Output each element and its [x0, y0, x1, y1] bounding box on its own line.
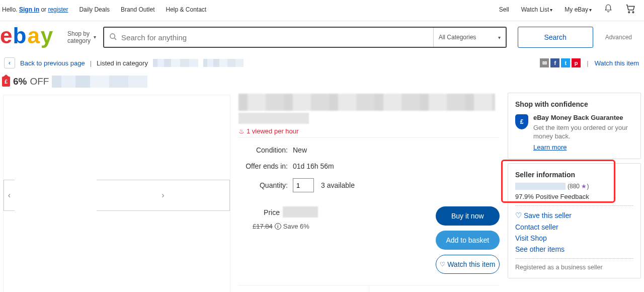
price-tag-icon: £	[2, 77, 10, 87]
register-link[interactable]: register	[48, 6, 68, 13]
shield-icon: £	[515, 114, 528, 129]
positive-feedback: 97.9% Positive Feedback	[515, 193, 633, 200]
svg-point-6	[110, 34, 115, 38]
mbg-title: eBay Money Back Guarantee	[533, 113, 633, 122]
info-icon[interactable]: i	[275, 223, 281, 230]
share-facebook-icon[interactable]: f	[550, 58, 559, 67]
see-other-items-link[interactable]: See other items	[515, 245, 633, 253]
watch-this-item-link[interactable]: Watch this item	[595, 59, 639, 67]
svg-text:a: a	[27, 25, 40, 48]
star-icon: ★	[581, 183, 587, 190]
save-seller-link[interactable]: Save this seller	[524, 211, 572, 220]
price-value-placeholder	[283, 206, 318, 217]
add-to-basket-button[interactable]: Add to basket	[436, 231, 500, 250]
gallery-next-button[interactable]: ›	[97, 180, 230, 211]
sign-in-link[interactable]: Sign in	[19, 6, 39, 13]
heart-icon: ♡	[515, 211, 522, 220]
listed-in-label: Listed in category	[97, 59, 148, 67]
share-email-icon[interactable]: ✉	[540, 58, 549, 67]
my-ebay-menu[interactable]: My eBay▾	[565, 6, 592, 13]
ebay-logo[interactable]: e b a y	[0, 25, 60, 49]
bell-icon[interactable]	[604, 4, 613, 15]
seller-info-title: Seller information	[515, 171, 633, 179]
item-title-placeholder	[238, 94, 495, 111]
mbg-learn-more-link[interactable]: Learn more	[533, 143, 633, 152]
condition-label: Condition:	[238, 146, 293, 154]
advanced-link[interactable]: Advanced	[605, 34, 632, 41]
offer-ends-label: Offer ends in:	[238, 162, 293, 170]
discount-off: OFF	[30, 76, 49, 87]
flame-icon: ♨	[238, 129, 245, 135]
discount-detail-placeholder	[52, 76, 147, 88]
svg-point-0	[628, 12, 630, 13]
price-label: Price	[238, 206, 283, 217]
shop-confidence-title: Shop with confidence	[515, 100, 633, 108]
chevron-down-icon: ▾	[589, 7, 592, 13]
quantity-label: Quantity:	[238, 181, 293, 189]
chevron-down-icon: ▾	[550, 7, 552, 13]
watch-list-menu[interactable]: Watch List▾	[521, 6, 553, 13]
business-seller-label: Registered as a business seller	[515, 264, 633, 271]
or-text: or	[41, 6, 46, 13]
heart-icon: ♡	[440, 261, 445, 268]
search-button[interactable]: Search	[518, 27, 593, 48]
item-subtitle-placeholder	[238, 113, 309, 124]
svg-text:e: e	[0, 25, 12, 48]
discount-percent: 6%	[13, 76, 27, 87]
offer-ends-value: 01d 16h 56m	[293, 162, 334, 170]
help-contact-link[interactable]: Help & Contact	[166, 6, 206, 13]
cart-icon[interactable]	[625, 3, 636, 16]
seller-name-placeholder	[515, 183, 566, 190]
chevron-down-icon: ▾	[94, 34, 96, 40]
category-placeholder	[153, 59, 198, 67]
posts-from-label: Posts from China	[238, 285, 369, 292]
back-link[interactable]: Back to previous page	[20, 59, 85, 67]
condition-value: New	[293, 146, 307, 154]
category-select[interactable]: All Categories ▾	[433, 28, 506, 47]
image-gallery: ‹ ›	[3, 95, 230, 292]
seller-feedback-count: 880	[570, 183, 580, 190]
sell-link[interactable]: Sell	[499, 6, 509, 13]
visit-shop-link[interactable]: Visit Shop	[515, 234, 633, 242]
svg-text:y: y	[41, 25, 53, 48]
back-chevron-icon[interactable]: ‹	[4, 57, 15, 68]
shop-by-category-menu[interactable]: Shop bycategory ▾	[67, 30, 96, 45]
contact-seller-link[interactable]: Contact seller	[515, 223, 633, 231]
buy-it-now-button[interactable]: Buy it now	[436, 206, 500, 226]
hello-text: Hello.	[2, 6, 18, 13]
chevron-down-icon: ▾	[498, 35, 501, 40]
gallery-prev-button[interactable]: ‹	[4, 180, 15, 211]
category-placeholder	[203, 59, 244, 67]
mbg-desc: Get the item you ordered or your money b…	[533, 124, 628, 140]
svg-point-1	[632, 12, 634, 13]
returns-label: 30-day returns	[369, 285, 500, 292]
share-twitter-icon[interactable]: t	[561, 58, 570, 67]
svg-text:b: b	[13, 25, 27, 48]
watch-item-button[interactable]: ♡Watch this item	[436, 255, 500, 274]
quantity-input[interactable]	[293, 178, 314, 192]
brand-outlet-link[interactable]: Brand Outlet	[121, 6, 154, 13]
save-percent: Save 6%	[283, 223, 309, 230]
available-count: 3 available	[321, 181, 355, 189]
search-input[interactable]	[121, 33, 428, 42]
viewed-per-hour: 1 viewed per hour	[247, 129, 298, 135]
original-price: £17.84	[253, 223, 273, 230]
search-icon	[109, 33, 117, 42]
share-pinterest-icon[interactable]: p	[572, 58, 581, 67]
daily-deals-link[interactable]: Daily Deals	[79, 6, 110, 13]
